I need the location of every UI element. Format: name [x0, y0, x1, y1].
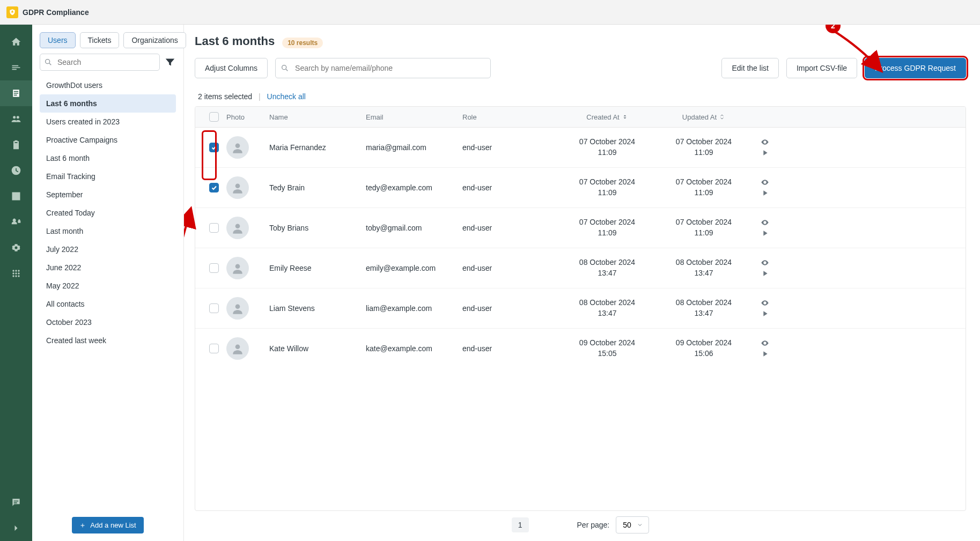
sidebar-list-item[interactable]: Users created in 2023 [40, 113, 176, 131]
eye-icon[interactable] [761, 299, 769, 307]
sidebar-list-item[interactable]: Created last week [40, 331, 176, 350]
cell-email: kate@example.com [366, 344, 462, 353]
sidebar-list-item[interactable]: Proactive Campaigns [40, 131, 176, 149]
nav-clipboard-icon[interactable] [0, 132, 32, 158]
row-checkbox[interactable] [209, 344, 219, 353]
annotation-badge-2: 2 [826, 25, 841, 33]
avatar [226, 176, 249, 199]
svg-point-16 [235, 264, 240, 269]
sidebar-search-input[interactable] [40, 54, 160, 71]
select-all-checkbox[interactable] [209, 112, 219, 122]
row-checkbox[interactable] [209, 183, 219, 192]
sidebar-list-item[interactable]: GrowthDot users [40, 76, 176, 94]
svg-point-7 [15, 275, 17, 277]
col-created-at[interactable]: Created At [559, 113, 655, 121]
sidebar-list-item[interactable]: June 2022 [40, 258, 176, 277]
cell-updated-at: 07 October 202411:09 [655, 177, 752, 198]
svg-line-12 [286, 69, 288, 71]
avatar [226, 257, 249, 279]
eye-icon[interactable] [761, 138, 769, 146]
col-name[interactable]: Name [269, 113, 366, 121]
nav-rail [0, 25, 32, 541]
sidebar-list-item[interactable]: July 2022 [40, 240, 176, 258]
add-list-button[interactable]: Add a new List [72, 517, 143, 533]
play-icon[interactable] [761, 309, 769, 318]
col-role[interactable]: Role [462, 113, 559, 121]
cell-email: tedy@example.com [366, 183, 462, 192]
sidebar-list-item[interactable]: Last 6 months [40, 94, 176, 113]
svg-point-15 [235, 224, 240, 228]
sidebar-list-item[interactable]: May 2022 [40, 277, 176, 295]
eye-icon[interactable] [761, 258, 769, 267]
process-gdpr-button[interactable]: Process GDPR Request [865, 58, 966, 78]
svg-point-17 [235, 304, 240, 309]
cell-email: maria@gmail.com [366, 143, 462, 152]
svg-point-9 [46, 60, 50, 64]
import-csv-button[interactable]: Import CSV-file [786, 58, 857, 78]
avatar [226, 337, 249, 360]
nav-lock-icon[interactable] [0, 209, 32, 235]
eye-icon[interactable] [761, 339, 769, 347]
cell-created-at: 09 October 202415:05 [559, 338, 655, 359]
row-checkbox[interactable] [209, 143, 219, 152]
svg-line-10 [49, 63, 51, 65]
nav-users-icon[interactable] [0, 106, 32, 132]
segment-users[interactable]: Users [40, 32, 76, 48]
edit-list-button[interactable]: Edit the list [721, 58, 778, 78]
cell-updated-at: 07 October 202411:09 [655, 137, 752, 158]
adjust-columns-button[interactable]: Adjust Columns [195, 58, 268, 78]
sidebar-list-item[interactable]: Last 6 month [40, 149, 176, 167]
row-checkbox[interactable] [209, 223, 219, 233]
results-badge: 10 results [282, 38, 323, 48]
sidebar-list-item[interactable]: Last month [40, 222, 176, 240]
nav-expand-icon[interactable] [0, 515, 32, 541]
cell-updated-at: 08 October 202413:47 [655, 257, 752, 278]
page-number[interactable]: 1 [512, 517, 529, 532]
play-icon[interactable] [761, 189, 769, 197]
nav-grid-icon[interactable] [0, 261, 32, 286]
sidebar-list-item[interactable]: September [40, 186, 176, 204]
row-checkbox[interactable] [209, 303, 219, 313]
table-row: Emily Reese emily@example.com end-user 0… [195, 248, 966, 288]
segment-organizations[interactable]: Organizations [123, 32, 186, 48]
eye-icon[interactable] [761, 218, 769, 227]
main-search-input[interactable] [275, 58, 491, 78]
cell-name: Tedy Brain [269, 183, 366, 192]
sidebar-list-item[interactable]: Created Today [40, 204, 176, 222]
play-icon[interactable] [761, 350, 769, 358]
cell-created-at: 07 October 202411:09 [559, 137, 655, 158]
sidebar-list-item[interactable]: Email Tracking [40, 167, 176, 186]
sidebar-list-item[interactable]: All contacts [40, 295, 176, 313]
add-list-label: Add a new List [90, 521, 136, 529]
nav-chat-icon[interactable] [0, 490, 32, 515]
play-icon[interactable] [761, 149, 769, 157]
cell-name: Maria Fernandez [269, 143, 366, 152]
nav-lines-icon[interactable] [0, 55, 32, 80]
cell-created-at: 07 October 202411:09 [559, 177, 655, 198]
segment-control: Users Tickets Organizations [40, 32, 176, 48]
row-checkbox[interactable] [209, 263, 219, 273]
segment-tickets[interactable]: Tickets [80, 32, 120, 48]
nav-chart-icon[interactable] [0, 183, 32, 209]
svg-point-0 [12, 270, 14, 271]
cell-role: end-user [462, 224, 559, 232]
nav-home-icon[interactable] [0, 29, 32, 55]
eye-icon[interactable] [761, 178, 769, 187]
col-updated-at[interactable]: Updated At [655, 113, 752, 121]
play-icon[interactable] [761, 269, 769, 278]
cell-role: end-user [462, 344, 559, 353]
sidebar: Users Tickets Organizations GrowthDot us… [32, 25, 184, 541]
nav-doc-icon[interactable] [0, 80, 32, 106]
play-icon[interactable] [761, 229, 769, 238]
uncheck-all-link[interactable]: Uncheck all [267, 92, 306, 101]
per-page-select[interactable]: 50 [616, 516, 649, 533]
table-row: Toby Brians toby@gmail.com end-user 07 O… [195, 208, 966, 248]
sidebar-list-item[interactable]: October 2023 [40, 313, 176, 331]
nav-gear-icon[interactable] [0, 235, 32, 261]
col-email[interactable]: Email [366, 113, 462, 121]
filter-icon[interactable] [164, 56, 176, 68]
svg-point-1 [15, 270, 17, 271]
nav-clock-icon[interactable] [0, 158, 32, 183]
col-photo[interactable]: Photo [226, 113, 269, 121]
users-table: Photo Name Email Role Created At Updated… [195, 106, 966, 511]
